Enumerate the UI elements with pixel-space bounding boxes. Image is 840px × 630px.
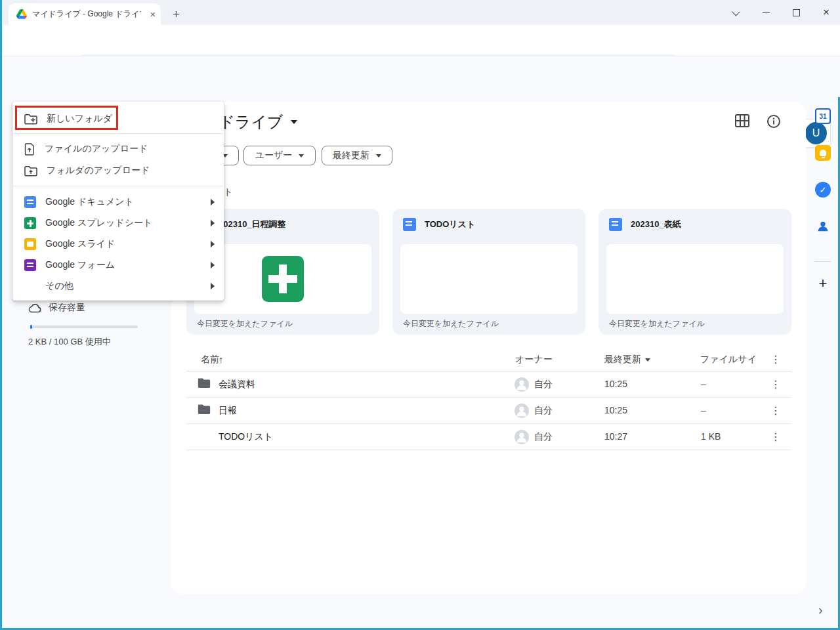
highlight-box <box>15 106 118 130</box>
column-name[interactable]: 名前 <box>201 354 219 366</box>
file-row[interactable]: TODOリスト 自分 10:27 1 KB ⋮ <box>186 424 791 450</box>
menu-item-google-forms[interactable]: Google フォーム <box>12 255 224 276</box>
file-card-title: 202310_日程調整 <box>219 219 286 230</box>
file-card-reason: 今日変更を加えたファイル <box>403 318 499 329</box>
hide-panel-chevron-icon[interactable]: › <box>818 602 823 618</box>
column-modified[interactable]: 最終更新 <box>604 354 650 366</box>
file-size: 1 KB <box>701 431 721 442</box>
maximize-button[interactable] <box>783 0 809 25</box>
row-more-icon[interactable]: ⋮ <box>770 430 781 443</box>
folder-icon <box>198 377 211 388</box>
drive-header: ドライブ ? ECCS Cloud Mail <box>2 56 840 97</box>
minimize-button[interactable] <box>753 0 779 25</box>
details-button[interactable] <box>766 114 782 129</box>
storage-used-segment <box>30 325 32 329</box>
column-size[interactable]: ファイルサイ <box>700 354 757 366</box>
file-owner: 自分 <box>534 431 553 443</box>
new-menu: 新しいフォルダ ファイルのアップロード フォルダのアップロード Google ド… <box>12 102 224 301</box>
tab-strip: マイドライブ - Google ドライブ × + × <box>2 0 840 25</box>
calendar-icon[interactable]: 31 <box>815 108 831 124</box>
file-modified: 10:25 <box>604 405 627 415</box>
sheets-icon <box>24 217 36 229</box>
new-tab-button[interactable]: + <box>173 7 180 22</box>
file-card-title: 202310_表紙 <box>631 219 681 230</box>
chevron-down-icon <box>376 154 381 158</box>
contacts-icon[interactable] <box>815 219 831 234</box>
submenu-arrow-icon <box>211 283 215 289</box>
menu-item-google-docs[interactable]: Google ドキュメント <box>12 192 224 213</box>
file-modified: 10:27 <box>604 431 627 442</box>
owner-avatar <box>514 430 529 444</box>
file-card[interactable]: 202310_表紙 今日変更を加えたファイル <box>598 209 791 335</box>
file-card-title: TODOリスト <box>425 219 475 230</box>
tab-title: マイドライブ - Google ドライブ <box>32 9 141 20</box>
row-more-icon[interactable]: ⋮ <box>770 378 781 390</box>
account-avatar[interactable]: U <box>805 122 827 144</box>
file-list-header: 名前 ↑ オーナー 最終更新 ファイルサイ ⋮ <box>186 348 791 371</box>
file-owner: 自分 <box>534 405 553 417</box>
docs-icon <box>403 218 416 231</box>
submenu-arrow-icon <box>211 262 215 268</box>
forms-icon <box>24 259 36 271</box>
file-card-preview <box>400 244 578 314</box>
file-row[interactable]: 日報 自分 10:25 – ⋮ <box>186 398 791 424</box>
file-card-reason: 今日変更を加えたファイル <box>609 318 705 329</box>
file-size: – <box>701 405 706 415</box>
add-addon-button[interactable]: + <box>815 276 831 291</box>
owner-avatar <box>514 404 529 418</box>
filter-chip-user[interactable]: ユーザー <box>243 146 316 165</box>
menu-item-file-upload[interactable]: ファイルのアップロード <box>12 138 224 159</box>
info-icon <box>766 114 782 129</box>
slides-icon <box>24 238 36 250</box>
grid-view-toggle[interactable] <box>734 114 750 128</box>
tasks-icon[interactable]: ✓ <box>815 182 831 198</box>
storage-usage-text: 2 KB / 100 GB 使用中 <box>28 336 111 348</box>
browser-window: マイドライブ - Google ドライブ × + × ← → drive.goo… <box>0 0 840 630</box>
file-size: – <box>701 379 706 389</box>
file-card-preview <box>606 244 784 314</box>
file-name: TODOリスト <box>219 431 273 443</box>
file-row[interactable]: 会議資料 自分 10:25 – ⋮ <box>186 371 791 398</box>
browser-tab[interactable]: マイドライブ - Google ドライブ × <box>9 3 161 25</box>
tab-search-icon[interactable] <box>723 0 749 25</box>
grid-view-icon <box>734 114 750 128</box>
panel-divider <box>814 261 831 262</box>
menu-divider <box>12 133 224 134</box>
docs-icon <box>609 218 622 231</box>
storage-label: 保存容量 <box>49 302 85 314</box>
menu-divider <box>12 186 224 186</box>
header-more-icon[interactable]: ⋮ <box>770 353 781 366</box>
menu-item-google-slides[interactable]: Google スライド <box>12 234 224 255</box>
sheets-thumbnail-icon <box>262 256 304 302</box>
drive-favicon <box>16 9 27 19</box>
cloud-icon <box>28 303 42 313</box>
folder-icon <box>198 404 211 415</box>
storage-progress-bar <box>30 326 138 328</box>
menu-item-google-sheets[interactable]: Google スプレッドシート <box>12 213 224 234</box>
window-close-button[interactable]: × <box>813 0 839 25</box>
file-owner: 自分 <box>534 379 553 390</box>
file-card-reason: 今日変更を加えたファイル <box>197 318 293 329</box>
chevron-down-icon <box>645 358 650 362</box>
menu-item-folder-upload[interactable]: フォルダのアップロード <box>12 160 224 181</box>
chevron-down-icon <box>299 154 304 158</box>
submenu-arrow-icon <box>211 199 215 205</box>
storage-section[interactable]: 保存容量 <box>28 302 85 314</box>
submenu-arrow-icon <box>211 220 215 226</box>
title-caret-icon <box>291 120 297 124</box>
file-upload-icon <box>24 143 35 156</box>
sort-asc-icon[interactable]: ↑ <box>219 354 224 365</box>
keep-icon[interactable] <box>815 145 831 161</box>
menu-item-more[interactable]: その他 <box>12 276 224 297</box>
filter-chip-modified[interactable]: 最終更新 <box>322 146 392 165</box>
file-modified: 10:25 <box>604 379 627 389</box>
tab-close-icon[interactable]: × <box>150 9 156 20</box>
row-more-icon[interactable]: ⋮ <box>770 404 781 417</box>
owner-avatar <box>514 377 529 392</box>
browser-toolbar: ← → drive.google.com/drive/my-drive ☆ U … <box>2 25 840 56</box>
column-owner[interactable]: オーナー <box>515 354 553 366</box>
folder-upload-icon <box>24 165 37 177</box>
file-name: 会議資料 <box>219 379 255 390</box>
file-card[interactable]: TODOリスト 今日変更を加えたファイル <box>392 209 585 335</box>
docs-icon <box>24 196 36 208</box>
